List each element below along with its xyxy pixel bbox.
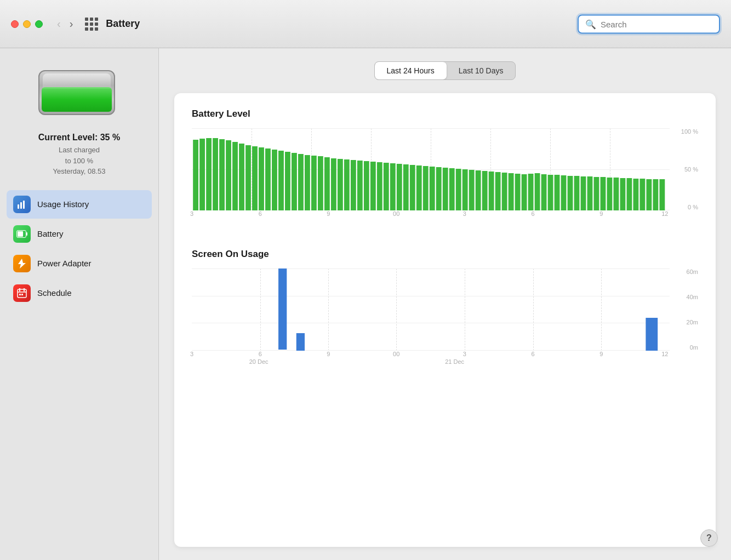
screen-usage-chart: 60m 40m 20m 0m 3 6 9 00 3 6 9 12 [192, 268, 698, 367]
last-charged-line2: to 100 % [65, 157, 93, 165]
svg-rect-21 [245, 145, 251, 210]
main-content: Current Level: 35 % Last charged to 100 … [0, 48, 731, 560]
svg-rect-38 [357, 161, 363, 210]
svg-rect-29 [298, 154, 304, 210]
svg-rect-4 [18, 231, 23, 237]
svg-rect-51 [443, 168, 448, 210]
date-label-21dec: 21 Dec [445, 358, 464, 365]
svg-rect-26 [278, 151, 284, 210]
svg-rect-73 [587, 176, 593, 210]
svg-rect-35 [338, 159, 343, 210]
sidebar-item-usage-history[interactable]: Usage History [7, 190, 152, 219]
svg-rect-7 [18, 289, 26, 298]
back-button[interactable]: ‹ [54, 16, 64, 31]
sidebar-item-power-adapter[interactable]: Power Adapter [7, 249, 152, 278]
svg-rect-42 [384, 163, 389, 210]
svg-rect-31 [311, 156, 317, 210]
svg-rect-1 [20, 202, 22, 209]
svg-rect-16 [213, 138, 218, 210]
forward-button[interactable]: › [66, 16, 77, 31]
toggle-10d[interactable]: Last 10 Days [447, 62, 516, 79]
battery-bars-svg: /* bars rendered below */ [192, 128, 670, 210]
svg-rect-83 [653, 179, 658, 210]
svg-rect-45 [403, 164, 409, 210]
svg-rect-13 [193, 140, 198, 210]
svg-rect-58 [489, 172, 494, 210]
screen-usage-chart-section: Screen On Usage [192, 249, 698, 367]
date-label-20dec: 20 Dec [249, 358, 269, 365]
svg-rect-56 [476, 170, 481, 210]
y-label-0: 0 % [688, 204, 698, 210]
last-charged-date: Yesterday, 08.53 [53, 167, 105, 175]
svg-rect-63 [522, 174, 527, 210]
svg-rect-24 [265, 148, 271, 210]
time-range-toggle: Last 24 Hours Last 10 Days [174, 61, 716, 80]
last-charged-line1: Last charged [59, 146, 100, 154]
sidebar-item-battery[interactable]: Battery [7, 220, 152, 248]
x-label-3a: 3 [190, 210, 193, 217]
toggle-group: Last 24 Hours Last 10 Days [374, 61, 516, 80]
y-label-0m: 0m [690, 344, 698, 351]
search-box: 🔍 [578, 14, 720, 33]
svg-rect-20 [239, 144, 244, 210]
svg-rect-59 [495, 172, 501, 210]
svg-rect-36 [344, 159, 350, 210]
svg-rect-17 [219, 139, 225, 210]
svg-rect-37 [351, 160, 356, 210]
svg-rect-81 [640, 179, 646, 210]
svg-rect-53 [456, 169, 461, 210]
x-label-6a: 6 [259, 210, 262, 217]
svg-rect-48 [423, 166, 429, 210]
screen-date-labels: 20 Dec 21 Dec [192, 351, 670, 367]
svg-rect-66 [541, 174, 547, 210]
svg-rect-60 [502, 173, 507, 210]
battery-x-labels: 3 6 9 00 3 6 9 12 [192, 210, 670, 227]
svg-rect-39 [364, 161, 369, 210]
grid-dot [85, 22, 88, 26]
battery-y-labels: 100 % 50 % 0 % [670, 128, 698, 210]
help-button[interactable]: ? [700, 529, 718, 547]
svg-rect-28 [292, 153, 297, 210]
battery-level-title: Battery Level [192, 108, 698, 119]
schedule-icon [13, 284, 31, 302]
svg-rect-65 [535, 173, 540, 210]
sidebar-item-label-usage: Usage History [37, 199, 89, 209]
svg-rect-86 [296, 333, 305, 351]
svg-rect-87 [646, 318, 658, 351]
svg-rect-69 [561, 175, 567, 210]
search-input[interactable] [601, 19, 712, 28]
svg-rect-23 [259, 147, 264, 210]
svg-rect-70 [568, 176, 573, 210]
x-label-3b: 3 [463, 210, 466, 217]
minimize-button[interactable] [23, 20, 31, 28]
close-button[interactable] [11, 20, 19, 28]
x-label-6b: 6 [532, 210, 535, 217]
screen-y-labels: 60m 40m 20m 0m [670, 268, 698, 351]
svg-rect-30 [305, 155, 310, 210]
grid-icon[interactable] [85, 18, 98, 31]
svg-rect-76 [607, 178, 613, 210]
toggle-24h[interactable]: Last 24 Hours [375, 62, 447, 79]
svg-rect-49 [430, 167, 435, 210]
y-label-20m: 20m [687, 319, 698, 325]
svg-rect-32 [318, 156, 323, 210]
svg-rect-84 [659, 179, 665, 210]
svg-rect-33 [324, 157, 330, 210]
traffic-lights [11, 20, 43, 28]
search-icon: 🔍 [585, 19, 596, 29]
maximize-button[interactable] [35, 20, 43, 28]
titlebar: ‹ › Battery 🔍 [0, 0, 731, 48]
grid-dot [95, 18, 98, 21]
svg-rect-80 [633, 179, 639, 210]
main-panel: Last 24 Hours Last 10 Days Battery Level [159, 48, 731, 560]
y-label-50: 50 % [684, 166, 698, 173]
svg-rect-62 [515, 174, 521, 210]
y-label-40m: 40m [687, 294, 698, 300]
battery-fill [42, 87, 112, 112]
svg-rect-43 [390, 163, 396, 210]
y-label-60m: 60m [687, 268, 698, 275]
grid-dot [85, 27, 88, 31]
sidebar-item-schedule[interactable]: Schedule [7, 279, 152, 307]
svg-rect-50 [436, 167, 442, 210]
battery-level-chart: /* bars rendered below */ [192, 128, 698, 227]
